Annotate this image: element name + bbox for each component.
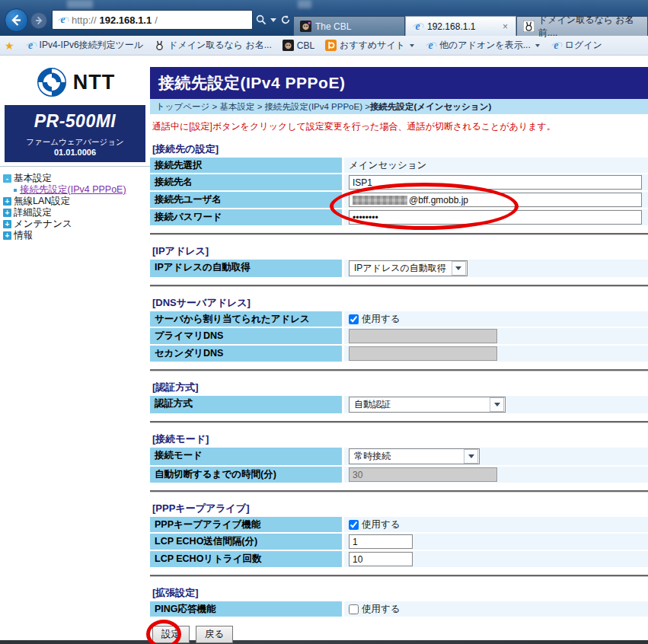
dropdown-caret-icon: [410, 44, 414, 47]
refresh-icon[interactable]: [280, 14, 291, 25]
breadcrumb: トップページ > 基本設定 > 接続先設定(IPv4 PPPoE) > 接続先設…: [150, 99, 648, 114]
field-label: 自動切断するまでの時間(分): [150, 467, 342, 483]
favorite-ipv4-ipv6-tool[interactable]: e IPv4-IPv6接続判定ツール: [25, 39, 144, 52]
field-label: LCP ECHO送信間隔(分): [150, 534, 342, 550]
url-path: /: [155, 14, 158, 26]
device-model: PR-500MI: [6, 111, 144, 132]
field-label: 接続先名: [150, 174, 342, 190]
forward-arrow-icon: [34, 16, 43, 25]
warning-text: 通話中に[設定]ボタンをクリックして設定変更を行った場合、通話が切断されることが…: [152, 120, 648, 133]
ping-response-checkbox[interactable]: [349, 604, 359, 614]
tab-close-icon[interactable]: ×: [501, 21, 509, 32]
menu-label: 基本設定: [14, 173, 52, 184]
tab-onamae[interactable]: ドメイン取るなら お名前....: [516, 16, 648, 36]
dns-auto-checkbox[interactable]: [349, 314, 359, 324]
menu-advanced-settings[interactable]: + 詳細設定: [3, 207, 150, 218]
field-label: 接続パスワード: [150, 209, 342, 225]
suggested-sites-icon: [325, 40, 337, 51]
menu-wireless-lan[interactable]: + 無線LAN設定: [3, 196, 150, 207]
field-label: 接続モード: [150, 448, 342, 465]
favorite-cbl[interactable]: CBL: [283, 40, 314, 51]
menu-basic-settings[interactable]: - 基本設定: [3, 173, 150, 184]
secondary-dns-input[interactable]: [349, 346, 497, 361]
section-divider: [150, 421, 648, 423]
field-label: LCP ECHOリトライ回数: [150, 551, 342, 567]
favorite-label: ドメイン取るなら お名...: [168, 39, 272, 52]
expand-icon[interactable]: +: [3, 220, 11, 228]
field-label: サーバから割り当てられたアドレス: [150, 311, 342, 327]
menu-maintenance[interactable]: + メンテナンス: [3, 218, 150, 230]
favorite-suggested-sites[interactable]: おすすめサイト: [325, 39, 414, 52]
back-button[interactable]: [5, 8, 28, 32]
favorite-login[interactable]: e ログイン: [551, 39, 602, 52]
row-dns-auto: サーバから割り当てられたアドレス 使用する: [150, 311, 648, 327]
firmware-label: ファームウェアバージョン: [6, 137, 144, 148]
row-ip-auto: IPアドレスの自動取得 IPアドレスの自動取得: [150, 260, 648, 277]
auto-disconnect-input[interactable]: [349, 467, 497, 482]
search-options-caret-icon[interactable]: [270, 18, 276, 22]
bullet-icon: [14, 189, 17, 192]
password-input[interactable]: [349, 210, 642, 225]
section-title-extended: [拡張設定]: [152, 586, 648, 599]
row-keepalive-enable: PPPキープアライブ機能 使用する: [150, 517, 648, 532]
forward-button[interactable]: [30, 12, 47, 29]
session-value: メインセッション: [349, 159, 426, 172]
checkbox-label: 使用する: [362, 603, 401, 616]
collapse-icon[interactable]: -: [3, 174, 11, 183]
menu-label: 情報: [14, 230, 33, 241]
select-arrow-icon: [452, 261, 466, 276]
menu-label: メンテナンス: [14, 218, 72, 230]
select-value: IPアドレスの自動取得: [350, 262, 451, 275]
sidebar: NTT PR-500MI ファームウェアバージョン 01.01.0006 - 基…: [0, 56, 150, 640]
section-divider: [150, 490, 648, 493]
section-title-ip-address: [IPアドレス]: [152, 244, 648, 257]
field-label: IPアドレスの自動取得: [150, 260, 342, 277]
section-connection: 接続先選択 メインセッション 接続先名 接続先ユーザ名 @bff.gmobb.j…: [150, 158, 648, 225]
section-title-connect-mode: [接続モード]: [152, 432, 648, 445]
address-bar[interactable]: e http://192.168.1.1/: [52, 10, 253, 30]
search-icon[interactable]: [256, 14, 267, 25]
field-label: セカンダリDNS: [150, 346, 342, 362]
lcp-echo-interval-input[interactable]: [349, 534, 413, 549]
favorite-label: おすすめサイト: [340, 39, 405, 52]
section-ppp-keepalive: PPPキープアライブ機能 使用する LCP ECHO送信間隔(分) LCP EC…: [150, 517, 648, 567]
submit-button[interactable]: 設定: [152, 626, 190, 643]
page-title: 接続先設定(IPv4 PPPoE): [150, 67, 648, 99]
select-value: 自動認証: [350, 398, 395, 411]
lcp-echo-retry-input[interactable]: [349, 552, 413, 566]
ntt-swirl-icon: [35, 65, 69, 99]
menu-connection-settings-link[interactable]: 接続先設定(IPv4 PPPoE): [14, 184, 150, 196]
section-extended: PING応答機能 使用する: [150, 601, 648, 617]
tab-the-cbl[interactable]: The CBL: [293, 16, 405, 36]
select-arrow-icon: [490, 397, 504, 412]
expand-icon[interactable]: +: [3, 197, 11, 206]
tab-active-192-168-1-1[interactable]: e 192.168.1.1 ×: [405, 16, 516, 36]
expand-icon[interactable]: +: [3, 209, 11, 217]
favorite-show-addons[interactable]: e 他のアドオンを表示...: [425, 39, 540, 52]
keepalive-checkbox[interactable]: [349, 520, 359, 530]
username-input[interactable]: @bff.gmobb.jp: [349, 193, 642, 207]
section-auth: 認証方式 自動認証: [150, 396, 648, 413]
primary-dns-input[interactable]: [349, 329, 497, 343]
username-domain: @bff.gmobb.jp: [409, 195, 468, 206]
row-session-select: 接続先選択 メインセッション: [150, 158, 648, 173]
back-page-button[interactable]: 戻る: [196, 626, 233, 643]
breadcrumb-path: トップページ > 基本設定 > 接続先設定(IPv4 PPPoE) >: [156, 101, 370, 113]
ip-auto-select[interactable]: IPアドレスの自動取得: [349, 260, 468, 276]
ie-favicon-icon: e: [425, 40, 436, 51]
auth-method-select[interactable]: 自動認証: [349, 397, 506, 413]
sidebar-divider: [0, 166, 150, 167]
expand-icon[interactable]: +: [3, 231, 11, 240]
favorites-star-icon[interactable]: ★: [5, 40, 14, 52]
censored-text: [353, 196, 407, 205]
row-auto-disconnect: 自動切断するまでの時間(分): [150, 467, 648, 483]
row-password: 接続パスワード: [150, 209, 648, 225]
connection-name-input[interactable]: [349, 175, 642, 190]
menu-information[interactable]: + 情報: [3, 230, 150, 241]
favorite-onamae[interactable]: ドメイン取るなら お名...: [154, 39, 272, 52]
address-bar-actions: [256, 11, 291, 28]
menu-link-label[interactable]: 接続先設定(IPv4 PPPoE): [20, 184, 126, 196]
ie-favicon-icon: e: [57, 14, 69, 26]
menu-label: 無線LAN設定: [14, 196, 70, 207]
connect-mode-select[interactable]: 常時接続: [349, 448, 480, 464]
